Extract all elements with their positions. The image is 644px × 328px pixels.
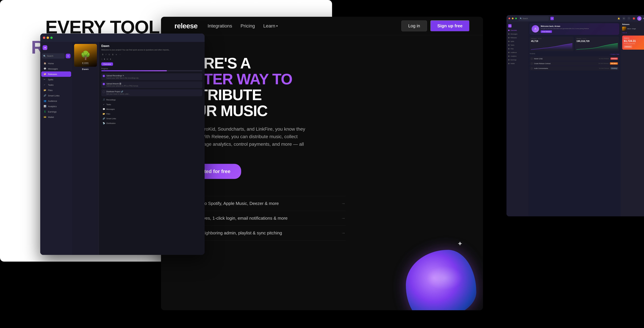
sidebar-add-button[interactable]: + [66,54,70,58]
sidebar-item-messages[interactable]: 💬 Messages [41,66,71,72]
dash-create-task-btn[interactable]: + Create a Task [610,54,619,55]
dash-grow-btn[interactable]: Grow Release [541,30,552,33]
dash-search-icon: 🔍 [520,18,522,20]
sidebar-logo-icon: ✦ [42,45,47,50]
dash-ern-dot [508,59,510,60]
task-item-upload-artwork[interactable]: ✓ Upload Artwork 🖼 Submit your artwork i… [101,81,202,88]
sidebar-item-home[interactable]: 🏠 Home [41,61,71,66]
chevron-down-icon: ▾ [276,24,278,28]
settings-icon[interactable]: ⚙ [622,16,626,20]
wallet-icon: 💳 [44,116,46,118]
task-check-done: ✓ [103,75,105,77]
dash-sidebar-messages[interactable]: Messages [506,32,528,36]
sub-nav-smart-links[interactable]: 🔗 Smart Links [101,116,202,121]
withdraw-button[interactable]: Withdraw [624,46,632,48]
dash-sidebar-splits[interactable]: Splits [506,40,528,43]
followers-arrow-icon[interactable]: → [543,38,544,40]
bold-button[interactable]: B [101,53,104,56]
sidebar-item-files[interactable]: 📂 Files [41,88,71,93]
editor-toolbar: B I U S̶ ≡ ⋯ [101,53,202,56]
nav-pricing[interactable]: Pricing [240,23,255,29]
dash-sidebar-audience[interactable]: Audience [506,51,528,54]
sidebar-item-splits[interactable]: ✂ Splits [41,77,71,82]
underline-button[interactable]: U [108,53,111,56]
download-icon[interactable]: ⬇ [104,58,105,60]
dash-sidebar-earnings[interactable]: Earnings [506,58,528,62]
task-item-distribute[interactable]: Distribute Project 🔗 Get your music in s… [101,89,202,96]
help-icon[interactable]: ? [627,16,631,20]
sidebar-item-smart-links[interactable]: 🔗 Smart Links [41,93,71,98]
dash-sidebar-wallet[interactable]: Wallet [506,62,528,66]
sidebar-item-earnings[interactable]: 💲 Earnings [41,109,71,114]
dash-close-dot[interactable] [508,18,510,19]
dash-task-row-2[interactable]: Audio Commentaries No Next Release Pendi… [530,66,619,70]
maximize-dot[interactable] [50,36,53,39]
dash-sidebar-overview[interactable]: Overview [506,28,528,32]
dash-release-item-0[interactable]: Album / Single › [622,27,644,31]
login-button[interactable]: Log in [401,20,427,31]
overview-tab[interactable]: Overview [101,62,113,66]
sidebar-item-tasks[interactable]: ✓ Tasks [41,82,71,88]
dash-search-bar[interactable]: 🔍 Search [518,16,549,21]
dash-sidebar-releases[interactable]: Releases [506,36,528,40]
dash-welcome-text: Welcome back, Arman You got 21,314 new s… [541,25,589,33]
notifications-icon[interactable]: 🔔 [617,16,621,20]
dash-releases-panel: Releases Album / Single › View all Balan… [620,22,644,216]
dash-username: Arman Delin [643,18,644,20]
dash-task-check-1 [531,63,533,64]
sub-nav-tasks[interactable]: ✓ Tasks [101,102,202,107]
progress-section: Progress [101,68,202,71]
dash-task-row-1[interactable]: Create Release Contract No Next Release … [530,61,619,66]
edit-icon[interactable]: ✏ [107,58,108,60]
audience-icon: 👥 [44,100,46,102]
nav-integrations[interactable]: Integrations [208,23,232,29]
dash-sidebar-tasks2[interactable]: Tasks [506,43,528,47]
close-dot[interactable] [43,36,45,39]
project-detail-name: Dawn [101,44,202,48]
dash-max-dot[interactable] [515,18,517,19]
dash-user-avatar-main: A [532,25,539,32]
dash-minimize-dot[interactable] [512,18,514,19]
task-item-upload-recordings[interactable]: ✓ Upload Recordings ✎ Submit your WAV fi… [101,73,202,80]
sidebar-item-releases[interactable]: 📁 Releases [41,72,71,77]
subfiles-icon: 📂 [103,113,105,115]
signup-button[interactable]: Sign up free [430,20,470,32]
sidebar-search-box[interactable]: 🔍 Search [42,53,65,59]
minimize-dot[interactable] [46,36,49,39]
dash-view-all[interactable]: View all [622,32,644,34]
sub-nav-files[interactable]: 📂 Files [101,112,202,116]
app-titlebar [40,34,204,42]
notification-bell-icon[interactable]: 🔴 [632,16,636,20]
share-icon[interactable]: ↑ [101,58,102,60]
dash-msg-dot [508,33,510,35]
sidebar-item-analytics[interactable]: 📊 Analytics [41,104,71,109]
streams-arrow-icon[interactable]: → [587,38,589,40]
more-button[interactable]: ⋯ [118,53,122,56]
sub-nav-messages[interactable]: 💬 Messages [101,107,202,111]
submessages-icon: 💬 [103,108,105,110]
feature-arrow-2: → [341,230,346,236]
files-icon: 📂 [44,89,46,92]
recordings-icon: 🎵 [103,98,105,101]
dash-add-btn[interactable]: + [550,17,554,20]
list-button[interactable]: ≡ [115,53,118,56]
project-thumbnail[interactable]: 🌳 DAWN [74,44,97,67]
dash-task-row-0[interactable]: Master (Lilly) No Next Release Overdue [530,56,619,61]
strikethrough-button[interactable]: S̶ [111,53,114,56]
dash-sidebar-analytics[interactable]: Analytics [506,54,528,58]
sub-nav-distribution[interactable]: 📡 Distribution [101,121,202,126]
dash-spl-dot [508,41,510,42]
sub-nav-recordings[interactable]: 🎵 Recordings [101,98,202,102]
sidebar-item-audience[interactable]: 👥 Audience [41,98,71,104]
nav-learn[interactable]: Learn ▾ [263,23,278,29]
project-detail-panel: Dawn Welcome to your project! You can fi… [99,42,204,255]
home-icon: 🏠 [44,62,46,65]
user-avatar[interactable]: A [637,16,642,21]
task-check-done-2: ✓ [103,83,105,85]
star-deco: ✦ [457,240,463,248]
dash-sidebar-files[interactable]: Files [506,47,528,51]
sparkle-icon[interactable]: ✦ [110,58,111,60]
progress-bar [101,70,202,71]
sidebar-item-wallet[interactable]: 💳 Wallet [41,114,71,120]
italic-button[interactable]: I [105,53,107,56]
